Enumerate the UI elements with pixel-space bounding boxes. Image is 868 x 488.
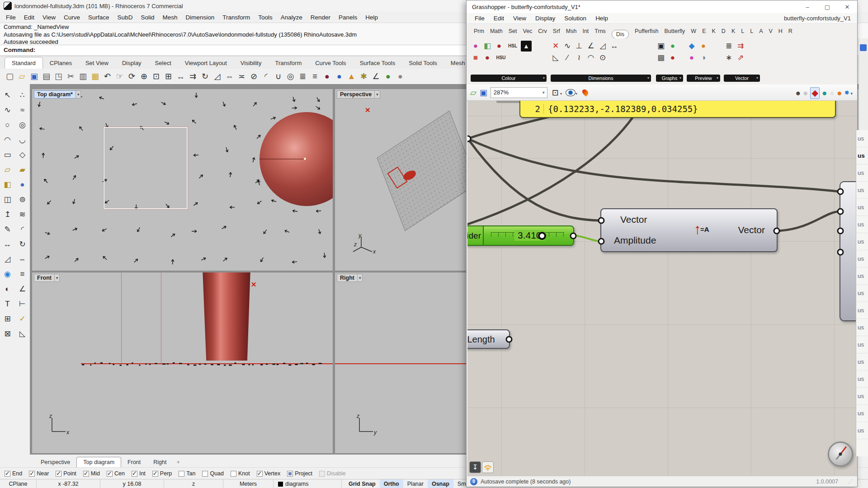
dock-list-item[interactable]: us <box>856 405 868 422</box>
minimize-button[interactable]: – <box>797 4 817 10</box>
grasshopper-category-tab[interactable]: D <box>722 28 726 34</box>
green-ball-icon[interactable]: ● <box>667 40 679 52</box>
input-port[interactable] <box>837 208 844 215</box>
polygon-icon[interactable]: ◇ <box>15 147 30 162</box>
checkbox-icon[interactable] <box>202 471 208 477</box>
osnap-option[interactable]: Knot <box>231 470 250 477</box>
preview-eye-icon[interactable] <box>566 89 576 96</box>
grasshopper-menu-item[interactable]: Help <box>591 15 613 22</box>
checkbox-icon[interactable] <box>83 471 89 477</box>
osnap-option[interactable]: Mid <box>83 470 100 477</box>
viewport-top-diagram[interactable]: Top diagram* ▾ <box>32 89 333 271</box>
polyline-icon[interactable]: ∿ <box>0 103 15 117</box>
ribbon-group-label[interactable]: Colour <box>471 75 547 82</box>
checkbox-icon[interactable] <box>257 471 263 477</box>
dimension-tool-icon[interactable]: ⊢ <box>15 296 30 311</box>
solver-flame-icon[interactable] <box>581 88 589 96</box>
dock-list-item[interactable]: us <box>856 353 868 371</box>
grasshopper-category-tab[interactable]: Crv <box>538 28 547 34</box>
points-icon[interactable]: ∴ <box>15 88 30 103</box>
circle-center-icon[interactable]: ◎ <box>15 117 30 132</box>
grid-graph-icon[interactable]: ▩ <box>655 52 667 64</box>
close-button[interactable]: ✕ <box>837 4 857 10</box>
rhino-toolbar-tab[interactable]: Surface Tools <box>353 57 402 69</box>
rhino-toolbar-tab[interactable]: Visibility <box>234 57 269 69</box>
dock-list-item[interactable]: us <box>856 216 868 233</box>
ribbon-group-label[interactable]: Vector <box>724 75 760 82</box>
angle-dim-icon[interactable]: ∠ <box>585 40 597 52</box>
ribbon-group-label[interactable]: Preview <box>687 75 720 82</box>
prism-icon[interactable]: ▲ <box>521 41 532 52</box>
viewport-page-tab[interactable]: Top diagram <box>76 457 121 467</box>
dock-list-item[interactable]: us <box>856 336 868 353</box>
surface-icon[interactable]: ▱ <box>0 162 15 177</box>
zoom-window-icon[interactable]: ⊡ <box>150 70 162 82</box>
paste-icon[interactable]: ▦ <box>89 70 101 82</box>
wire-display-icon[interactable]: ● <box>795 88 800 99</box>
grasshopper-category-tab[interactable]: Set <box>509 28 517 34</box>
extrude-icon[interactable]: ↥ <box>0 207 15 222</box>
viewport-label-perspective[interactable]: Perspective ▾ <box>337 90 380 99</box>
grasshopper-category-tab[interactable]: W <box>691 28 696 34</box>
gumball-icon[interactable]: ◉ <box>0 267 15 282</box>
dimension-icon[interactable]: ∠ <box>370 70 382 82</box>
layers-icon[interactable]: ≣ <box>297 70 309 82</box>
arc-icon[interactable]: ◠ <box>0 132 15 147</box>
output-port[interactable] <box>506 336 513 343</box>
grasshopper-category-tab[interactable]: R <box>788 28 793 34</box>
osnap-option[interactable]: Near <box>29 470 49 477</box>
output-port[interactable] <box>774 228 780 235</box>
rhino-menu-item[interactable]: Panels <box>335 14 361 21</box>
boolean-icon[interactable]: ◐ <box>0 282 15 296</box>
viewport-front[interactable]: Front ▾ ✕ z x <box>32 272 333 454</box>
grasshopper-category-tab[interactable]: H <box>778 28 783 34</box>
selected-rectangle[interactable] <box>104 127 188 209</box>
grasshopper-category-tab[interactable]: Msh <box>566 28 577 34</box>
scale-icon[interactable]: ◿ <box>211 70 223 82</box>
osnap-option[interactable]: Int <box>132 470 146 477</box>
arc-dim-icon[interactable]: ◠ <box>585 52 597 64</box>
slash-dim-icon[interactable]: ∕ <box>561 52 573 64</box>
dock-list-item[interactable]: us <box>856 147 868 164</box>
red-arrow-up-icon[interactable]: ⇗ <box>735 52 746 64</box>
grasshopper-category-tab[interactable]: Dis <box>612 30 629 39</box>
dock-list-item[interactable]: us <box>856 302 868 319</box>
move-icon[interactable]: ↔ <box>175 70 187 82</box>
cylinder-icon[interactable]: ◫ <box>0 192 15 207</box>
input-port[interactable] <box>837 249 844 256</box>
shaded-display-icon[interactable]: ● <box>803 88 808 99</box>
list-vector-icon[interactable]: ≣ <box>723 40 735 52</box>
blue-display-icon[interactable]: ● <box>844 87 853 99</box>
osnap-option[interactable]: Point <box>56 470 76 477</box>
rhino-menu-item[interactable]: File <box>2 14 20 21</box>
add-viewport-tab-button[interactable]: + <box>173 457 184 467</box>
rectangle-icon[interactable]: ▭ <box>0 147 15 162</box>
print-icon[interactable]: ▤ <box>40 70 52 82</box>
undo-icon[interactable]: ↶ <box>101 70 113 82</box>
magenta-ball-icon[interactable]: ● <box>686 52 698 64</box>
rhino-menu-item[interactable]: Render <box>307 14 335 21</box>
ribbon-group-label[interactable]: Graphs <box>656 75 683 82</box>
rhino-menu-item[interactable]: Curve <box>60 14 84 21</box>
checkbox-icon[interactable] <box>56 471 61 477</box>
grasshopper-category-tab[interactable]: Srf <box>553 28 560 34</box>
linear-dim-icon[interactable]: ↔ <box>609 40 620 52</box>
resize-grip[interactable]: ⋰ <box>848 479 854 484</box>
dock-list-item[interactable]: us <box>856 164 868 182</box>
pan-icon[interactable]: ☞ <box>113 70 126 82</box>
maximize-button[interactable]: ▢ <box>817 4 837 10</box>
gem-preview-icon[interactable]: ◆ <box>686 40 698 52</box>
rhino-toolbar-tab[interactable]: Viewport Layout <box>178 57 234 69</box>
red-diamond-display-icon[interactable]: ◆ <box>810 87 820 99</box>
export-tray-button[interactable]: ↧ <box>469 461 481 473</box>
remote-solver-button[interactable] <box>482 461 494 473</box>
light-display-icon[interactable]: ● <box>830 88 835 99</box>
orange-display-icon[interactable]: ● <box>837 88 842 99</box>
rhino-toolbar-tab[interactable]: Display <box>115 57 148 69</box>
grasshopper-menu-item[interactable]: Edit <box>489 15 509 22</box>
grasshopper-category-tab[interactable]: Prm <box>474 28 484 34</box>
history-icon[interactable]: ◺ <box>15 326 30 341</box>
slider-grip[interactable] <box>538 232 546 240</box>
checkbox-icon[interactable] <box>319 471 325 477</box>
fillet-corner-icon[interactable]: ◜ <box>15 222 30 237</box>
